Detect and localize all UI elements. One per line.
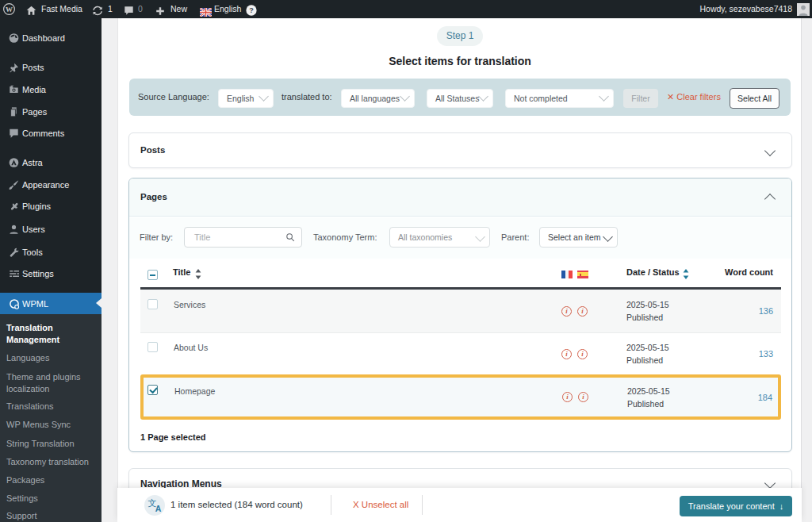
- svg-text:W: W: [6, 6, 13, 13]
- svg-text:A: A: [155, 504, 162, 513]
- svg-text:?: ?: [249, 6, 254, 14]
